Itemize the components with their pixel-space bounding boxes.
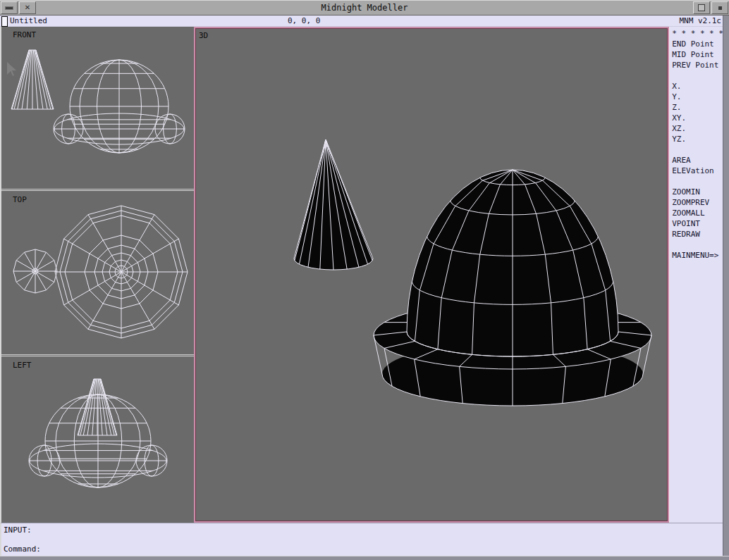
console: INPUT: Command: [0,523,723,556]
top-wireframe-drawing [1,192,194,354]
viewport-front[interactable]: FRONT [1,27,194,189]
menu-item-yz[interactable]: YZ. [672,134,723,144]
menu-item-redraw[interactable]: REDRAW [672,229,723,239]
menu-item-y[interactable]: Y. [672,92,723,102]
menu-item-zoomall[interactable]: ZOOMALL [672,208,723,218]
window-close-button[interactable]: ✕ [19,1,36,14]
menu-item-z[interactable]: Z. [672,102,723,113]
text-cursor-box[interactable] [1,16,8,27]
window-titlebar: ✕ Midnight Modeller [0,0,729,15]
menu-item-elevation[interactable]: ELEVation [672,166,723,176]
menu-item-x[interactable]: X. [672,81,723,92]
menu-item-xz[interactable]: XZ. [672,123,723,134]
command-menu-list: * * * * * *END PointMID PointPREV PointX… [670,28,723,261]
menu-item-mainmenu[interactable]: MAINMENU=> [672,250,723,261]
mouse-cursor [7,62,16,76]
command-menu: * * * * * *END PointMID PointPREV PointX… [669,27,723,523]
app-window: ✕ Midnight Modeller Untitled 0, 0, 0 MNM… [0,0,729,560]
left-wireframe-drawing [1,357,194,523]
window-frame-bottom [0,556,729,560]
viewport-3d[interactable]: 3D [194,27,669,523]
status-bar: Untitled 0, 0, 0 MNM v2.1c [0,15,729,27]
menu-item-vpoint[interactable]: VPOINT [672,218,723,229]
window-restore-button[interactable] [693,1,710,14]
menu-item-prev-point[interactable]: PREV Point [672,60,723,70]
document-title: Untitled [10,15,47,27]
window-menu-icon [5,6,13,10]
close-icon: ✕ [25,4,30,11]
viewport-top[interactable]: TOP [1,192,194,354]
render-3d-drawing [196,29,671,521]
maximize-icon [718,6,722,10]
viewport-left-label: LEFT [13,361,32,370]
command-prompt[interactable]: Command: [4,545,41,554]
menu-item-area[interactable]: AREA [672,155,723,166]
viewport-3d-label: 3D [199,31,208,40]
viewport-left[interactable]: LEFT [1,357,194,523]
ortho-viewports: FRONT TOP LEFT [0,27,194,523]
window-frame-right [723,15,729,556]
menu-item-[interactable]: * * * * * * [672,28,723,39]
menu-item-zoomin[interactable]: ZOOMIN [672,187,723,197]
viewport-front-label: FRONT [13,30,36,39]
coordinate-readout: 0, 0, 0 [288,15,320,27]
input-prompt[interactable]: INPUT: [4,525,32,535]
front-wireframe-drawing [1,27,194,189]
menu-item-end-point[interactable]: END Point [672,39,723,49]
workspace: FRONT TOP LEFT 3D * * * * * *END PointMI… [0,27,729,523]
menu-item-xy[interactable]: XY. [672,113,723,123]
window-title: Midnight Modeller [37,0,692,15]
window-menu-button[interactable] [1,1,18,14]
menu-item-mid-point[interactable]: MID Point [672,49,723,60]
restore-icon [698,4,705,11]
window-maximize-button[interactable] [711,1,728,14]
viewport-top-label: TOP [13,195,27,204]
app-version: MNM v2.1c [679,15,721,27]
menu-item-zoomprev[interactable]: ZOOMPREV [672,197,723,208]
